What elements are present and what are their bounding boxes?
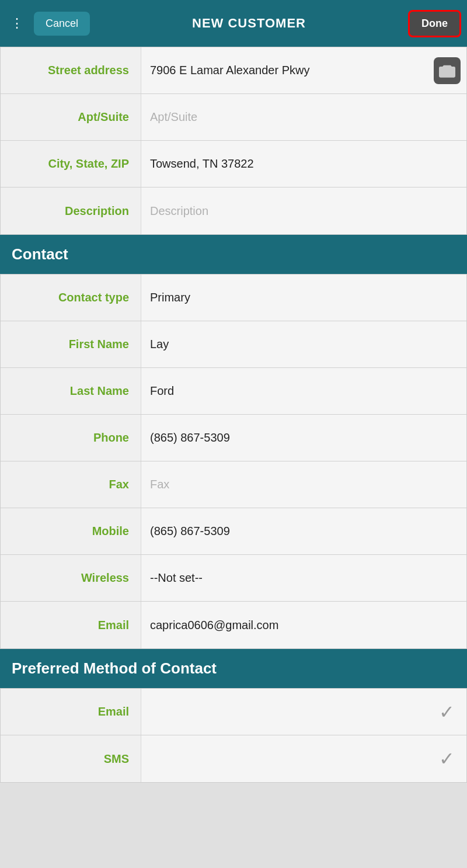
description-label: Description <box>1 188 141 234</box>
wireless-row: Wireless--Not set-- <box>1 555 466 602</box>
phone-label: Phone <box>1 415 141 461</box>
description-value[interactable]: Description <box>141 188 466 234</box>
last-name-label: Last Name <box>1 368 141 414</box>
contact-section: Contact Contact typePrimaryFirst NameLay… <box>0 235 467 649</box>
contact-section-header: Contact <box>0 235 467 274</box>
mobile-value[interactable]: (865) 867-5309 <box>141 508 466 554</box>
street-address-label: Street address <box>1 47 141 93</box>
preferred-sms-row[interactable]: SMS✓ <box>1 735 466 782</box>
fax-label: Fax <box>1 461 141 508</box>
apt-suite-label: Apt/Suite <box>1 94 141 140</box>
preferred-sms-checkmark: ✓ <box>439 748 455 770</box>
fax-row: FaxFax <box>1 461 466 508</box>
street-address-value[interactable]: 7906 E Lamar Alexander Pkwy <box>141 47 466 93</box>
preferred-email-checkmark: ✓ <box>439 701 455 723</box>
preferred-sms-label: SMS <box>1 735 141 782</box>
preferred-section: Preferred Method of Contact Email✓SMS✓ <box>0 649 467 783</box>
last-name-row: Last NameFord <box>1 368 466 415</box>
preferred-section-header: Preferred Method of Contact <box>0 649 467 688</box>
first-name-value[interactable]: Lay <box>141 321 466 367</box>
menu-icon[interactable]: ⋮ <box>6 13 28 33</box>
email-label: Email <box>1 602 141 648</box>
header-left: ⋮ Cancel <box>6 12 90 36</box>
mobile-row: Mobile(865) 867-5309 <box>1 508 466 555</box>
page-title: NEW CUSTOMER <box>192 16 306 31</box>
wireless-value[interactable]: --Not set-- <box>141 555 466 601</box>
preferred-email-row[interactable]: Email✓ <box>1 689 466 735</box>
email-value[interactable]: caprica0606@gmail.com <box>141 602 466 648</box>
first-name-row: First NameLay <box>1 321 466 368</box>
street-address-row: Street address7906 E Lamar Alexander Pkw… <box>1 47 466 94</box>
city-state-zip-value[interactable]: Towsend, TN 37822 <box>141 141 466 187</box>
email-row: Emailcaprica0606@gmail.com <box>1 602 466 648</box>
apt-suite-row: Apt/SuiteApt/Suite <box>1 94 466 141</box>
address-section: Street address7906 E Lamar Alexander Pkw… <box>0 47 467 235</box>
city-state-zip-row: City, State, ZIPTowsend, TN 37822 <box>1 141 466 188</box>
apt-suite-value[interactable]: Apt/Suite <box>141 94 466 140</box>
wireless-label: Wireless <box>1 555 141 601</box>
app-header: ⋮ Cancel NEW CUSTOMER Done <box>0 0 467 47</box>
mobile-label: Mobile <box>1 508 141 554</box>
city-state-zip-label: City, State, ZIP <box>1 141 141 187</box>
fax-value[interactable]: Fax <box>141 461 466 508</box>
last-name-value[interactable]: Ford <box>141 368 466 414</box>
preferred-sms-value[interactable]: ✓ <box>141 735 466 782</box>
description-row: DescriptionDescription <box>1 188 466 234</box>
done-button[interactable]: Done <box>408 10 461 37</box>
camera-icon[interactable] <box>434 57 461 84</box>
contact-type-label: Contact type <box>1 275 141 321</box>
preferred-email-value[interactable]: ✓ <box>141 689 466 735</box>
preferred-email-label: Email <box>1 689 141 735</box>
first-name-label: First Name <box>1 321 141 367</box>
contact-type-row: Contact typePrimary <box>1 275 466 321</box>
cancel-button[interactable]: Cancel <box>34 12 90 36</box>
phone-row: Phone(865) 867-5309 <box>1 415 466 461</box>
contact-type-value[interactable]: Primary <box>141 275 466 321</box>
phone-value[interactable]: (865) 867-5309 <box>141 415 466 461</box>
